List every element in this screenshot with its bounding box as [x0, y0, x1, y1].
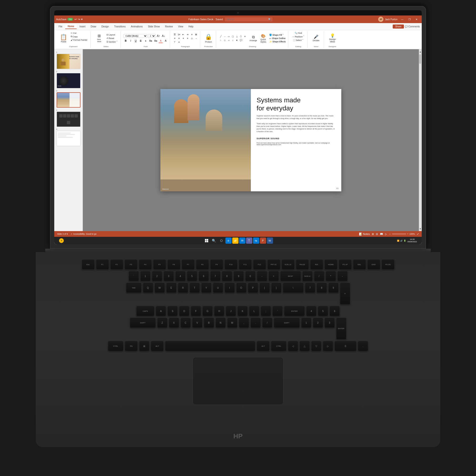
share-button[interactable]: Share	[393, 24, 404, 29]
key-fn[interactable]: FN	[125, 341, 138, 351]
key-num-3[interactable]: 3	[324, 318, 335, 328]
shape-rect[interactable]: ▭	[227, 35, 230, 38]
key-2[interactable]: 2	[152, 271, 162, 281]
key-num-slash[interactable]: /	[314, 271, 324, 281]
key-end[interactable]: END	[367, 259, 380, 270]
mail-icon[interactable]: ✉	[239, 238, 245, 244]
protect-button[interactable]: 🔒 Protect	[203, 33, 214, 44]
key-z[interactable]: Z	[157, 318, 168, 328]
key-num-5[interactable]: 5	[318, 306, 328, 316]
key-num-8[interactable]: 8	[317, 283, 327, 293]
explorer-icon[interactable]: 📁	[232, 238, 238, 244]
font-color-button[interactable]: A	[158, 39, 163, 43]
scroll-up-button[interactable]: ▲	[419, 49, 422, 54]
key-j[interactable]: J	[226, 306, 236, 316]
section-button[interactable]: ☰ Section ˅	[105, 40, 119, 43]
slide-thumb-2[interactable]: 2 Details	[55, 70, 82, 88]
key-o[interactable]: O	[236, 283, 247, 293]
quick-styles-button[interactable]: 🎨 Quick Styles	[259, 33, 267, 44]
start-button[interactable]	[203, 237, 210, 244]
key-arrow-up[interactable]: △	[299, 341, 310, 351]
key-i[interactable]: I	[224, 283, 235, 293]
presenter-view-button[interactable]: ▷	[385, 233, 387, 236]
key-f11[interactable]: F11	[239, 259, 252, 270]
key-f7[interactable]: F7	[182, 259, 195, 270]
tab-draw[interactable]: Draw	[88, 24, 99, 29]
key-w[interactable]: W	[154, 283, 165, 293]
key-space[interactable]	[165, 341, 255, 351]
key-s[interactable]: S	[167, 306, 178, 316]
key-num-7[interactable]: 7	[305, 283, 315, 293]
layout-button[interactable]: ⊟ Layout	[105, 33, 119, 36]
key-num-9[interactable]: 9	[328, 283, 339, 293]
touchpad[interactable]	[193, 357, 283, 405]
align-text-button[interactable]: ≡	[177, 40, 181, 44]
key-v[interactable]: V	[192, 318, 203, 328]
key-comma[interactable]: ,	[239, 318, 249, 328]
tab-file[interactable]: File	[56, 24, 65, 29]
key-lbracket[interactable]: [	[259, 283, 270, 293]
key-f3[interactable]: F3	[124, 259, 137, 270]
close-button[interactable]: ✕	[413, 17, 420, 22]
key-0[interactable]: 0	[245, 271, 255, 281]
key-num-enter[interactable]: ENTER	[336, 318, 346, 340]
key-backslash[interactable]: \	[283, 283, 304, 293]
key-esc[interactable]: Esc	[82, 259, 95, 270]
key-num-plus[interactable]: +	[340, 283, 350, 305]
shape-more[interactable]: ▾	[243, 35, 247, 38]
redo-icon[interactable]: ↪	[78, 17, 80, 21]
key-9[interactable]: 9	[234, 271, 244, 281]
minimize-button[interactable]: —	[399, 17, 406, 22]
scroll-down-button[interactable]: ▼	[419, 226, 422, 231]
copy-button[interactable]: ⧉ Copy	[70, 35, 88, 38]
key-home[interactable]: HOME	[324, 259, 338, 270]
shape-round-rect[interactable]: ▢	[231, 35, 235, 38]
key-m[interactable]: M	[227, 318, 238, 328]
strikethrough-button[interactable]: S	[138, 39, 143, 43]
key-equals[interactable]: =	[269, 271, 279, 281]
key-prtsc[interactable]: PRT SC	[267, 259, 280, 270]
key-shift-left[interactable]: SHIFT	[130, 318, 156, 328]
shape-callout[interactable]: 💬	[239, 38, 242, 42]
key-ins[interactable]: INS	[310, 259, 323, 270]
italic-button[interactable]: I	[129, 39, 133, 43]
key-f10[interactable]: F10	[224, 259, 238, 270]
shape-pentagon[interactable]: ⬠	[239, 35, 242, 38]
key-f[interactable]: F	[191, 306, 201, 316]
autosave-toggle[interactable]: On	[67, 18, 73, 21]
key-6[interactable]: 6	[199, 271, 209, 281]
key-num-multiply[interactable]: *	[325, 271, 336, 281]
key-num-minus[interactable]: -	[337, 271, 348, 281]
increase-indent-button[interactable]: ⇥	[186, 33, 189, 36]
new-slide-button[interactable]: ⊞ New Slide	[94, 32, 105, 45]
key-u[interactable]: U	[213, 283, 223, 293]
key-alt-right[interactable]: ALT	[256, 341, 270, 351]
key-5[interactable]: 5	[187, 271, 197, 281]
key-e[interactable]: E	[166, 283, 177, 293]
zoom-slider[interactable]	[392, 234, 406, 235]
key-shift-right[interactable]: SHIFT	[274, 318, 300, 328]
key-3[interactable]: 3	[164, 271, 174, 281]
vertical-scrollbar[interactable]: ▲ ▼	[419, 49, 422, 231]
notes-button[interactable]: 📝 Notes	[359, 233, 370, 236]
key-semicolon[interactable]: ;	[261, 306, 271, 316]
key-windows[interactable]: ⊞	[139, 341, 150, 351]
slide-thumb-4[interactable]: 4	[55, 109, 82, 127]
decrease-indent-button[interactable]: ⇤	[181, 33, 185, 36]
key-a[interactable]: A	[156, 306, 166, 316]
tab-slideshow[interactable]: Slide Show	[145, 24, 162, 29]
key-f9[interactable]: F9	[210, 259, 223, 270]
key-num-dot[interactable]: .	[358, 341, 368, 351]
character-spacing-button[interactable]: Aa	[149, 39, 153, 43]
shape-outline-button[interactable]: ▭ Shape Outline	[269, 37, 286, 40]
key-f5[interactable]: F5	[153, 259, 166, 270]
key-pause[interactable]: PAUSE	[296, 259, 309, 270]
key-enter[interactable]: ENTER	[284, 306, 305, 316]
highlight-button[interactable]: A	[164, 39, 168, 43]
teams-icon[interactable]: T	[246, 238, 252, 244]
align-center-button[interactable]: ≡	[177, 37, 181, 40]
key-pgup[interactable]: PG UP	[339, 259, 352, 270]
tab-insert[interactable]: Insert	[77, 24, 88, 29]
key-backspace[interactable]: BKSP	[280, 271, 301, 281]
normal-view-button[interactable]: ⊞	[372, 233, 374, 236]
